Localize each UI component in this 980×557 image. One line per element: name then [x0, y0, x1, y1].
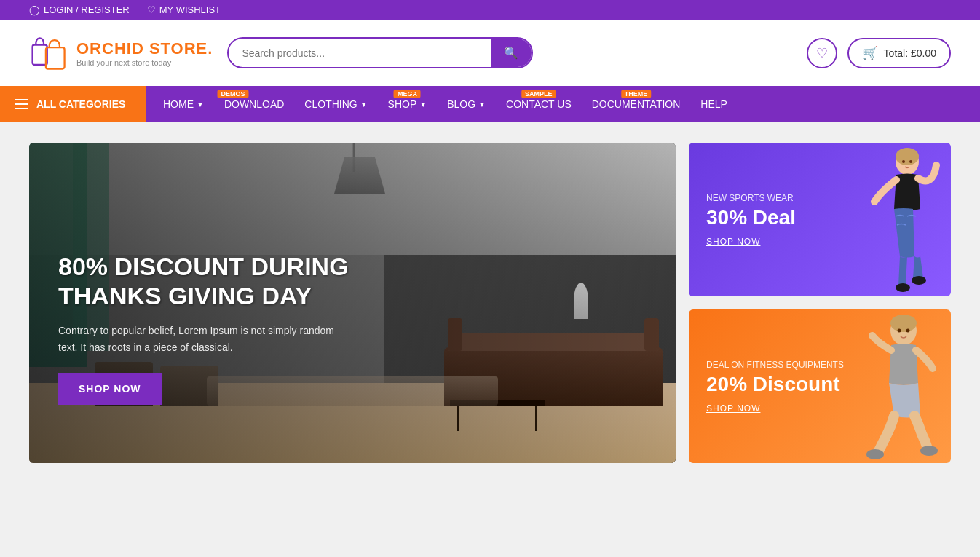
hero-heading: 80% DISCOUNT DURING THANKS GIVING DAY: [58, 252, 349, 312]
nav-item-shop: SHOP ▼ MEGA: [378, 87, 438, 122]
nav-item-documentation: DOCUMENTATION THEME: [582, 87, 691, 122]
nav-bar: ALL CATEGORIES HOME ▼ DEMOS DOWNLOAD CLO…: [0, 86, 980, 122]
hamburger-icon: [15, 99, 28, 109]
heart-icon: ♡: [147, 4, 156, 15]
chevron-down-icon-4: ▼: [478, 100, 486, 108]
search-input[interactable]: [229, 40, 491, 66]
cart-icon: 🛒: [862, 45, 878, 61]
wishlist-icon-button[interactable]: ♡: [807, 38, 837, 68]
main-content: 80% DISCOUNT DURING THANKS GIVING DAY Co…: [0, 122, 980, 483]
hero-description: Contrary to popular belief, Lorem Ipsum …: [58, 323, 349, 355]
hero-banner: 80% DISCOUNT DURING THANKS GIVING DAY Co…: [29, 143, 676, 463]
svg-rect-0: [33, 45, 47, 66]
badge-mega: MEGA: [394, 90, 421, 98]
logo-name: ORCHID STORE.: [76, 39, 213, 58]
chevron-down-icon-3: ▼: [419, 100, 427, 108]
wishlist-link[interactable]: ♡ MY WISHLIST: [147, 4, 221, 15]
logo-text: ORCHID STORE. Build your next store toda…: [76, 39, 213, 67]
nav-item-contact: CONTACT US SAMPLE: [496, 87, 582, 122]
nav-item-clothing: CLOTHING ▼: [294, 87, 377, 122]
header-icons: ♡ 🛒 Total: £0.00: [807, 38, 951, 68]
all-categories-button[interactable]: ALL CATEGORIES: [0, 86, 146, 122]
nav-item-download: DOWNLOAD: [214, 87, 294, 122]
user-icon: ◯: [29, 4, 40, 15]
nav-link-home[interactable]: HOME ▼: [153, 87, 214, 122]
sports-figure: [842, 143, 951, 296]
fitness-banner: DEAL ON FITNESS EQUIPMENTS 20% Discount …: [689, 309, 951, 463]
hero-cta-button[interactable]: SHOP NOW: [58, 373, 162, 405]
cart-total: Total: £0.00: [884, 47, 936, 59]
nav-link-clothing[interactable]: CLOTHING ▼: [294, 87, 377, 122]
login-link[interactable]: ◯ LOGIN / REGISTER: [29, 4, 130, 15]
svg-rect-1: [46, 47, 65, 68]
nav-item-blog: BLOG ▼: [437, 87, 496, 122]
svg-point-13: [920, 446, 938, 456]
svg-point-15: [906, 329, 910, 333]
top-bar: ◯ LOGIN / REGISTER ♡ MY WISHLIST: [0, 0, 980, 20]
badge-theme: THEME: [621, 90, 652, 98]
chevron-down-icon: ▼: [197, 100, 204, 108]
chevron-down-icon-2: ▼: [360, 100, 368, 108]
nav-item-home: HOME ▼ DEMOS: [153, 87, 214, 122]
svg-rect-5: [909, 174, 913, 185]
logo: ORCHID STORE. Build your next store toda…: [29, 33, 213, 73]
fitness-figure: [842, 310, 951, 463]
header: ORCHID STORE. Build your next store toda…: [0, 20, 980, 86]
nav-link-blog[interactable]: BLOG ▼: [437, 87, 496, 122]
badge-sample: SAMPLE: [521, 90, 556, 98]
logo-tagline: Build your next store today: [76, 58, 213, 67]
search-bar: 🔍: [227, 37, 533, 68]
svg-rect-4: [901, 174, 906, 185]
sports-banner: NEW SPORTS WEAR 30% Deal SHOP NOW: [689, 143, 951, 296]
svg-point-12: [866, 449, 884, 459]
svg-point-7: [912, 276, 926, 285]
svg-point-6: [896, 283, 910, 292]
side-banners: NEW SPORTS WEAR 30% Deal SHOP NOW: [689, 143, 951, 463]
cart-button[interactable]: 🛒 Total: £0.00: [847, 38, 951, 68]
nav-link-help[interactable]: HELP: [690, 87, 738, 122]
nav-links: HOME ▼ DEMOS DOWNLOAD CLOTHING ▼ SHOP ▼ …: [146, 86, 745, 122]
logo-icon: [29, 33, 69, 73]
svg-point-11: [890, 315, 917, 332]
search-button[interactable]: 🔍: [491, 39, 532, 67]
svg-point-8: [902, 160, 905, 163]
nav-item-help: HELP: [690, 87, 738, 122]
svg-point-9: [909, 160, 912, 163]
hero-content: 80% DISCOUNT DURING THANKS GIVING DAY Co…: [58, 252, 349, 405]
nav-link-download[interactable]: DOWNLOAD: [214, 87, 294, 122]
svg-point-3: [896, 148, 919, 165]
svg-point-14: [898, 329, 901, 333]
